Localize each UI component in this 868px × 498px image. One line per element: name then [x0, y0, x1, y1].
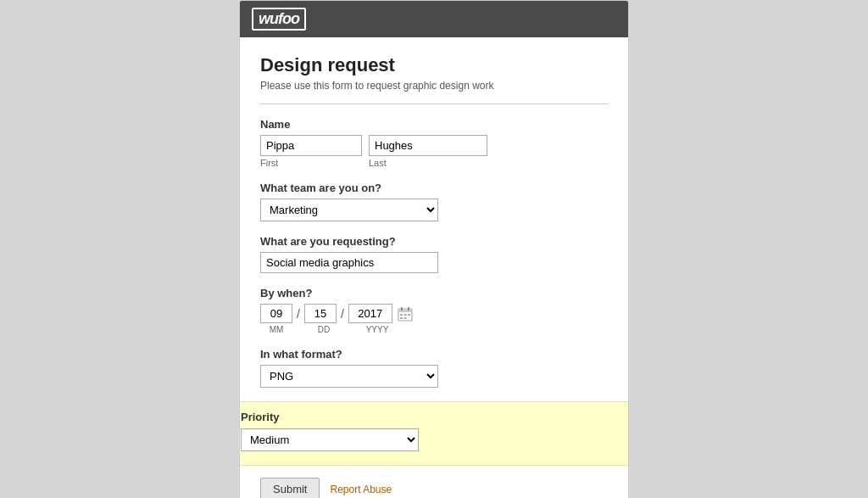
format-select[interactable]: PNG JPG PDF SVG GIF [260, 365, 438, 388]
priority-label: Priority [241, 411, 627, 423]
priority-section: Priority Low Medium High Urgent [239, 401, 629, 466]
last-name-sublabel: Last [369, 158, 487, 168]
divider [260, 104, 608, 104]
last-name-input[interactable] [369, 135, 487, 156]
mm-sublabel: MM [260, 325, 292, 334]
date-yyyy-input[interactable] [348, 304, 392, 323]
page-wrapper: wufoo Design request Please use this for… [0, 0, 868, 498]
date-labels: MM DD YYYY [260, 325, 608, 334]
first-name-input[interactable] [260, 135, 362, 156]
date-row: / / [260, 304, 608, 323]
svg-rect-7 [400, 317, 403, 319]
form-subtitle: Please use this form to request graphic … [260, 80, 608, 92]
calendar-icon[interactable] [398, 306, 413, 322]
svg-rect-8 [403, 317, 406, 319]
report-abuse-link[interactable]: Report Abuse [330, 484, 392, 495]
format-group: In what format? PNG JPG PDF SVG GIF [260, 348, 608, 388]
svg-rect-5 [403, 314, 406, 316]
date-sep-2: / [341, 307, 344, 321]
name-row: First Last [260, 135, 608, 168]
team-group: What team are you on? Marketing Engineer… [260, 182, 608, 221]
date-dd-input[interactable] [304, 304, 337, 323]
first-name-field: First [260, 135, 362, 168]
name-group: Name First Last [260, 118, 608, 168]
request-group: What are you requesting? [260, 235, 608, 273]
wufoo-logo: wufoo [252, 8, 306, 31]
form-body: Design request Please use this form to r… [240, 37, 628, 498]
name-label: Name [260, 118, 608, 131]
submit-button[interactable]: Submit [260, 478, 320, 498]
svg-rect-1 [398, 309, 412, 312]
form-card: wufoo Design request Please use this for… [239, 0, 629, 498]
svg-rect-4 [400, 314, 403, 316]
form-header: wufoo [240, 1, 628, 37]
priority-wrapper: Priority Low Medium High Urgent [240, 401, 628, 466]
date-mm-input[interactable] [260, 304, 292, 323]
first-name-sublabel: First [260, 158, 362, 168]
team-label: What team are you on? [260, 182, 608, 194]
svg-rect-6 [408, 314, 410, 316]
request-label: What are you requesting? [260, 235, 608, 248]
team-select[interactable]: Marketing Engineering Sales Design HR [260, 199, 438, 221]
when-group: By when? / / [260, 287, 608, 334]
form-title: Design request [260, 54, 608, 76]
when-label: By when? [260, 287, 608, 299]
yyyy-sublabel: YYYY [355, 325, 399, 334]
format-label: In what format? [260, 348, 608, 361]
dd-sublabel: DD [308, 325, 340, 334]
request-input[interactable] [260, 252, 438, 273]
footer-row: Submit Report Abuse [260, 466, 608, 498]
date-sep-1: / [297, 307, 300, 321]
priority-select[interactable]: Low Medium High Urgent [241, 428, 419, 451]
last-name-field: Last [369, 135, 487, 168]
